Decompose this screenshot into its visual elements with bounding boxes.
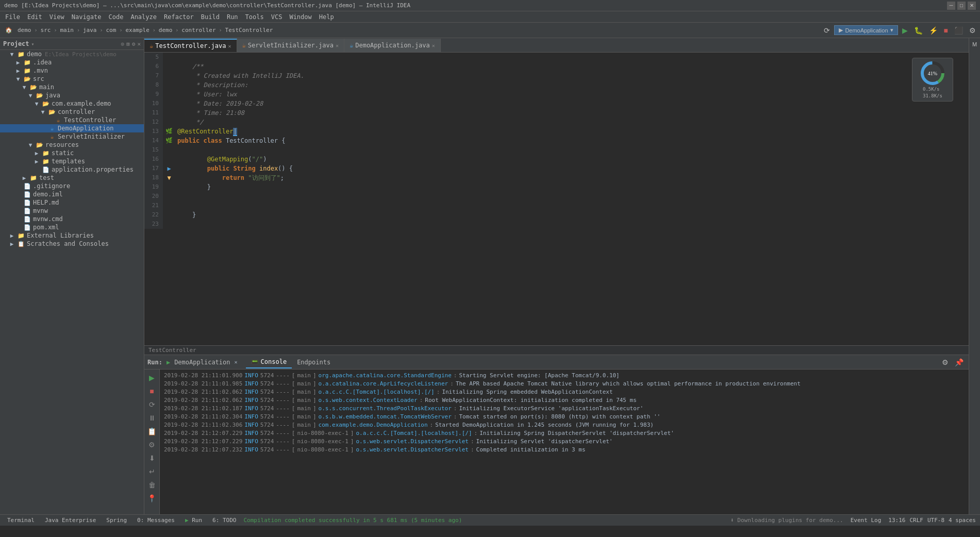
clear-console-btn[interactable]: 🗑 (146, 479, 158, 491)
rerun-btn[interactable]: ⟳ (146, 398, 158, 411)
stop-run-btn[interactable]: ■ (146, 385, 158, 397)
tab-testcontroller-close[interactable]: ✕ (228, 43, 231, 49)
download-status: ⬇ Downloading plugins for demo... (730, 517, 843, 524)
run-panel-pin-btn[interactable]: 📌 (953, 357, 966, 367)
menu-window[interactable]: Window (286, 12, 314, 22)
tree-item-demo[interactable]: ▼ 📁 demo E:\Idea Projects\demo (0, 50, 144, 58)
run-button[interactable]: ▶ (900, 25, 910, 36)
breadcrumb-testcontroller[interactable]: TestController (225, 27, 273, 33)
tree-item-mvnwcmd[interactable]: 📄 mvnw.cmd (0, 215, 144, 223)
sidebar-locate-icon[interactable]: ⊙ (121, 41, 125, 47)
tree-item-test[interactable]: ▶ 📁 test (0, 174, 144, 182)
menu-file[interactable]: File (2, 12, 23, 22)
breadcrumb-demo2[interactable]: demo (159, 27, 173, 33)
tree-item-java[interactable]: ▼ 📂 java (0, 91, 144, 99)
tree-item-resources[interactable]: ▼ 📂 resources (0, 141, 144, 149)
settings-run-btn[interactable]: ⚙ (146, 439, 158, 451)
menu-view[interactable]: View (46, 12, 68, 22)
tree-item-src[interactable]: ▼ 📂 src (0, 75, 144, 83)
tab-testcontroller[interactable]: ☕ TestController.java ✕ (144, 39, 237, 52)
tree-item-templates[interactable]: ▶ 📁 templates (0, 157, 144, 165)
close-button[interactable]: ✕ (968, 2, 976, 10)
scroll-end-btn[interactable]: ⬇ (146, 452, 158, 464)
tree-item-helpmd[interactable]: 📄 HELP.md (0, 198, 144, 207)
breadcrumb-com[interactable]: com (106, 27, 117, 33)
tree-item-appprops[interactable]: 📄 application.properties (0, 165, 144, 174)
pin-tab-btn[interactable]: 📍 (146, 492, 158, 505)
stop-button[interactable]: ⬛ (952, 25, 965, 36)
tree-item-static[interactable]: ▶ 📁 static (0, 149, 144, 157)
menu-refactor[interactable]: Refactor (161, 12, 197, 22)
tree-item-demoiml[interactable]: 📄 demo.iml (0, 190, 144, 198)
sidebar-expand-icon[interactable]: ⊞ (126, 41, 130, 47)
terminal-tab[interactable]: Terminal (4, 517, 38, 524)
crlf-status[interactable]: CRLF (909, 517, 923, 524)
console-output[interactable]: 2019-02-28 21:11:01.900 INFO 5724 ---- [… (160, 370, 969, 514)
debug-button[interactable]: 🐛 (912, 25, 925, 36)
sidebar-dropdown-arrow[interactable]: ▾ (31, 41, 35, 47)
gutter-run-17[interactable]: ▶ (163, 164, 175, 173)
run-tab-endpoints[interactable]: Endpoints (292, 356, 336, 368)
minimize-button[interactable]: ─ (947, 2, 955, 10)
breadcrumb-java[interactable]: java (83, 27, 97, 33)
todo-tab[interactable]: 6: TODO (209, 517, 239, 524)
menu-navigate[interactable]: Navigate (69, 12, 105, 22)
menu-run[interactable]: Run (224, 12, 241, 22)
settings-icon-btn[interactable]: ⚙ (967, 25, 978, 36)
tab-demo-close[interactable]: ✕ (432, 43, 435, 48)
java-enterprise-tab[interactable]: Java Enterprise (42, 517, 99, 524)
run-panel-close-icon[interactable]: ✕ (235, 359, 238, 365)
restore-button[interactable]: □ (957, 2, 966, 10)
encoding-status[interactable]: UTF-8 (927, 517, 944, 524)
coverage-button[interactable]: ⚡ (927, 25, 940, 36)
breadcrumb-src[interactable]: src (41, 27, 51, 33)
menu-vcs[interactable]: VCS (268, 12, 286, 22)
tree-item-package[interactable]: ▼ 📂 com.example.demo (0, 99, 144, 108)
indent-status[interactable]: 4 spaces (949, 517, 976, 524)
sync-icon-btn[interactable]: ⟳ (822, 25, 832, 36)
run-panel-settings-btn[interactable]: ⚙ (940, 357, 951, 367)
tree-item-main[interactable]: ▼ 📂 main (0, 83, 144, 91)
tree-item-gitignore[interactable]: 📄 .gitignore (0, 182, 144, 190)
tree-item-servletinitializer[interactable]: ☕ ServletInitializer (0, 132, 144, 141)
profile-button[interactable]: ■ (942, 25, 950, 36)
run-tab-console[interactable]: 📟 Console (246, 356, 292, 368)
spring-tab[interactable]: Spring (103, 517, 130, 524)
tab-servlet-close[interactable]: ✕ (336, 43, 339, 48)
event-log-tab[interactable]: Event Log (848, 517, 885, 524)
tree-item-mvn[interactable]: ▶ 📁 .mvn (0, 66, 144, 75)
project-icon-btn[interactable]: 🏠 (2, 26, 15, 35)
sidebar-hide-icon[interactable]: ✕ (137, 41, 141, 47)
sidebar-settings-icon[interactable]: ⚙ (132, 41, 136, 47)
tree-item-testcontroller[interactable]: ☕ TestController (0, 116, 144, 124)
tree-item-idea[interactable]: ▶ 📁 .idea (0, 58, 144, 66)
tree-item-external-libraries[interactable]: ▶ 📁 External Libraries (0, 231, 144, 240)
breadcrumb-controller[interactable]: controller (181, 27, 215, 33)
tree-item-scratches[interactable]: ▶ 📋 Scratches and Consoles (0, 240, 144, 248)
dump-threads-btn[interactable]: 📋 (146, 425, 158, 438)
menu-tools[interactable]: Tools (242, 12, 267, 22)
messages-tab[interactable]: 0: Messages (134, 517, 178, 524)
breadcrumb-main[interactable]: main (60, 27, 74, 33)
menu-help[interactable]: Help (316, 12, 337, 22)
breadcrumb-demo[interactable]: demo (18, 27, 31, 33)
tab-demoapplication[interactable]: ☕ DemoApplication.java ✕ (344, 39, 441, 52)
tab-servletinitializer[interactable]: ☕ ServletInitializer.java ✕ (237, 39, 344, 52)
run-status-tab[interactable]: ▶ Run (182, 517, 205, 524)
breadcrumb-example[interactable]: example (125, 27, 149, 33)
menu-analyze[interactable]: Analyze (127, 12, 160, 22)
right-icon-btn-1[interactable]: M (970, 40, 979, 48)
tree-item-demoapplication[interactable]: ☕ DemoApplication (0, 124, 144, 132)
tree-item-controller[interactable]: ▼ 📂 controller (0, 108, 144, 116)
restart-btn[interactable]: ▶ (146, 372, 158, 384)
soft-wrap-btn[interactable]: ↵ (146, 465, 158, 478)
tree-item-mvnw[interactable]: 📄 mvnw (0, 207, 144, 215)
run-config-dropdown[interactable]: ▶ DemoApplication ▾ (834, 25, 898, 35)
code-editor[interactable]: 41% 0.5K/s 31.8K/s 5 6 /** (144, 53, 969, 345)
suspend-btn[interactable]: ⏸ (146, 412, 158, 424)
menu-code[interactable]: Code (106, 12, 127, 22)
menu-edit[interactable]: Edit (24, 12, 45, 22)
tree-item-pomxml[interactable]: 📄 pom.xml (0, 223, 144, 231)
line-col-status[interactable]: 13:16 (888, 517, 905, 524)
menu-build[interactable]: Build (198, 12, 223, 22)
